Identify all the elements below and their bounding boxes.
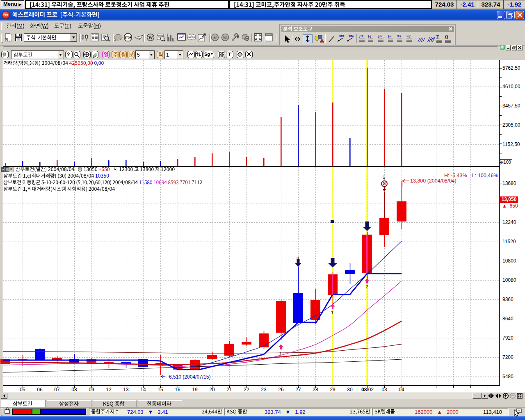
svg-text:YL: YL — [223, 36, 228, 40]
svg-text:₩: ₩ — [148, 35, 153, 40]
svg-text:NEWS: NEWS — [188, 36, 195, 39]
svg-text:Si: Si — [213, 36, 217, 40]
svg-text:STOP: STOP — [124, 36, 132, 39]
